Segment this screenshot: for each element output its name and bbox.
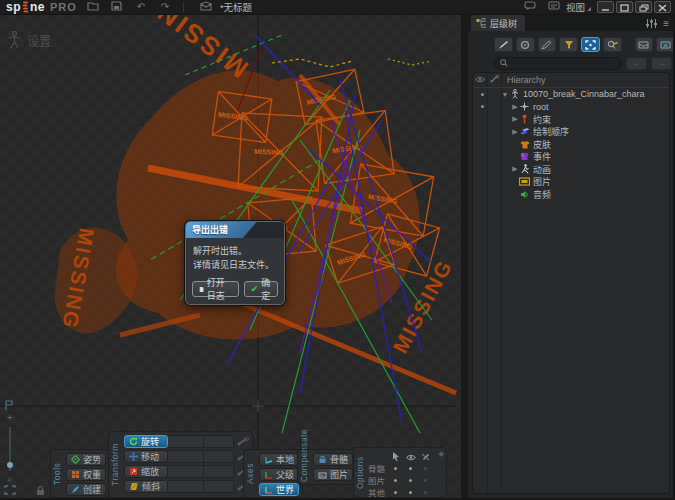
next-match-button[interactable]: → xyxy=(651,57,672,70)
tree-row-audio[interactable]: 音频 xyxy=(473,188,669,201)
scale-value-cell[interactable] xyxy=(168,465,204,478)
tree-row-events[interactable]: 事件 xyxy=(473,151,669,164)
visibility-column-icon xyxy=(473,75,487,85)
ghost-circle-icon[interactable] xyxy=(516,37,535,52)
scale-extra-cell[interactable] xyxy=(204,465,234,478)
create-tool-button[interactable]: 创建 xyxy=(66,483,106,496)
panel-menu-icon[interactable]: ≡ xyxy=(663,18,669,29)
pencil-tool-icon[interactable] xyxy=(538,37,557,52)
images-select-toggle[interactable] xyxy=(394,479,397,482)
parent-axes-icon xyxy=(264,470,273,479)
pose-tool-button[interactable]: 姿势 xyxy=(66,453,106,466)
maximize-button[interactable] xyxy=(616,1,633,13)
skeleton-mode-icon xyxy=(8,31,21,49)
view-menu[interactable]: 视图 xyxy=(566,0,585,14)
fit-view-icon[interactable] xyxy=(2,485,18,497)
options-panel-handle[interactable]: ◆ xyxy=(439,450,444,458)
tab-hierarchy-label: 层级树 xyxy=(490,17,517,30)
search-box[interactable] xyxy=(494,57,622,70)
minimize-button[interactable] xyxy=(597,1,614,13)
visibility-dot[interactable] xyxy=(481,93,484,96)
undo-icon[interactable]: ↶ xyxy=(133,1,149,13)
hierarchy-tree: Hierarchy ▼ 10070_break_Cinnabar_chara ▶… xyxy=(472,72,670,494)
tree-row-skins[interactable]: 皮肤 xyxy=(473,138,669,151)
open-project-icon[interactable] xyxy=(85,1,101,13)
weights-tool-button[interactable]: 权重 xyxy=(66,468,106,481)
chevron-collapsed-icon[interactable]: ▶ xyxy=(511,165,519,173)
chevron-collapsed-icon[interactable]: ▶ xyxy=(511,128,519,136)
search-input[interactable] xyxy=(511,59,611,69)
dialog-titlebar[interactable]: 导出出错 xyxy=(186,222,284,238)
tree-row-root[interactable]: ▶ root xyxy=(473,101,669,114)
rotate-tool-button[interactable]: 旋转 xyxy=(124,435,168,448)
redo-icon[interactable]: ↷ xyxy=(157,1,173,13)
options-row-other: 其他 xyxy=(366,486,388,498)
filter-sliders-icon[interactable] xyxy=(646,19,657,28)
brush-tool-icon[interactable] xyxy=(494,37,513,52)
shear-tool-button[interactable]: 倾斜 xyxy=(124,480,168,493)
tools-panel: Tools 姿势 权重 创建 xyxy=(50,449,110,498)
tab-hierarchy-tree[interactable]: 层级树 xyxy=(471,15,525,31)
images-visible-toggle[interactable] xyxy=(409,479,412,482)
open-log-button[interactable]: 打开日志 xyxy=(192,281,239,297)
zoom-slider[interactable] xyxy=(9,427,11,471)
weights-label: 权重 xyxy=(83,468,101,481)
tray-icon[interactable] xyxy=(635,37,654,52)
rotate-extra-cell[interactable] xyxy=(204,435,234,448)
translate-value-cell[interactable] xyxy=(168,450,204,463)
bones-nodraw-toggle[interactable] xyxy=(424,467,427,470)
images-nodraw-toggle[interactable] xyxy=(424,479,427,482)
zoom-in-icon[interactable]: + xyxy=(2,412,18,424)
restore-button[interactable] xyxy=(635,1,652,13)
shear-value-cell[interactable] xyxy=(168,480,204,493)
ok-button[interactable]: ✔ 确定 xyxy=(244,281,278,297)
options-row-bones: 骨骼 xyxy=(366,462,388,474)
search-edit-icon[interactable] xyxy=(603,37,622,52)
chat-icon[interactable] xyxy=(522,1,538,13)
other-visible-toggle[interactable] xyxy=(409,491,412,494)
frame-selection-icon[interactable] xyxy=(581,37,600,52)
tree-row-draw-order[interactable]: ▶ 绘制顺序 xyxy=(473,126,669,139)
chevron-collapsed-icon[interactable]: ▶ xyxy=(511,103,519,111)
tree-row-animations[interactable]: ▶ 动画 xyxy=(473,163,669,176)
mode-indicator: 设置 xyxy=(8,31,51,49)
tree-row-images[interactable]: 图片 xyxy=(473,176,669,189)
panel-tab-bar: 层级树 ≡ xyxy=(468,15,675,31)
compensate-bones-button[interactable]: 骨骼 xyxy=(313,453,353,466)
options-row-images: 图片 xyxy=(366,474,388,486)
translate-extra-cell[interactable] xyxy=(204,450,234,463)
compensate-images-button[interactable]: 图片 xyxy=(313,468,353,481)
rotate-label: 旋转 xyxy=(141,435,159,448)
shear-extra-cell[interactable] xyxy=(204,480,234,493)
bones-visible-toggle[interactable] xyxy=(409,467,412,470)
panel-splitter[interactable] xyxy=(461,15,468,500)
axes-world-button[interactable]: 世界 xyxy=(259,483,299,496)
viewport-lock-icon[interactable] xyxy=(36,486,45,498)
chevron-expanded-icon[interactable]: ▼ xyxy=(501,91,509,98)
filter-funnel-icon[interactable] xyxy=(559,37,578,52)
other-nodraw-toggle[interactable] xyxy=(424,491,427,494)
weights-icon xyxy=(71,470,80,479)
export-icon[interactable] xyxy=(198,1,214,13)
zoom-magnifier-icon[interactable]: ⌕ xyxy=(2,473,18,485)
save-project-icon[interactable] xyxy=(109,1,125,13)
rotate-value-cell[interactable] xyxy=(168,435,204,448)
images-lock-icon xyxy=(318,470,327,479)
events-label: 事件 xyxy=(533,150,551,163)
translate-tool-button[interactable]: 移动 xyxy=(124,450,168,463)
tree-row-skeleton[interactable]: ▼ 10070_break_Cinnabar_chara xyxy=(473,88,669,101)
visibility-dot[interactable] xyxy=(481,105,484,108)
tree-row-constraints[interactable]: ▶ 约束 xyxy=(473,113,669,126)
close-button[interactable] xyxy=(654,1,671,13)
local-label: 本地 xyxy=(276,453,294,466)
prev-match-button[interactable]: ← xyxy=(626,57,647,70)
frame-flag-icon[interactable] xyxy=(2,400,18,412)
axes-parent-button[interactable]: 父级 xyxy=(259,468,299,481)
chevron-collapsed-icon[interactable]: ▶ xyxy=(511,115,519,123)
axes-local-button[interactable]: 本地 xyxy=(259,453,299,466)
other-select-toggle[interactable] xyxy=(394,491,397,494)
bones-select-toggle[interactable] xyxy=(394,467,397,470)
scale-tool-button[interactable]: 缩放 xyxy=(124,465,168,478)
zoom-slider-knob[interactable] xyxy=(7,462,13,468)
screen-icon[interactable] xyxy=(546,1,562,13)
